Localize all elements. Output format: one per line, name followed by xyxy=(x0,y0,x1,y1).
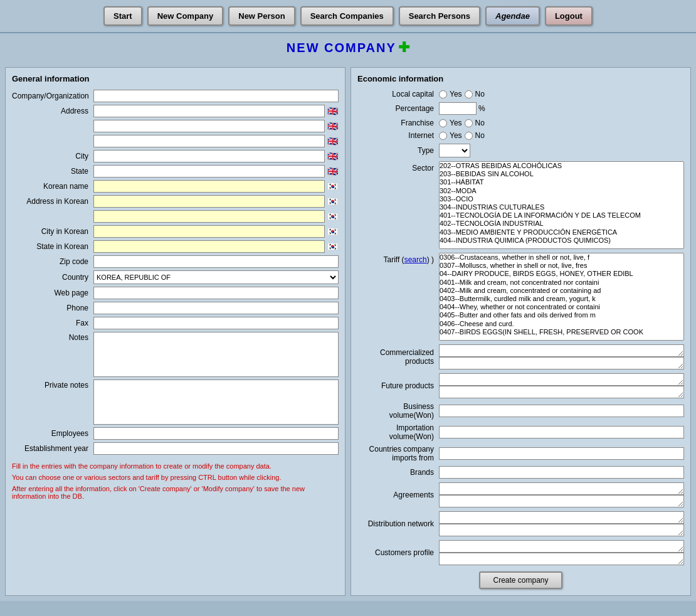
percentage-input[interactable] xyxy=(439,102,477,115)
importation-volume-input[interactable] xyxy=(439,426,684,438)
local-capital-row: Local capital Yes No xyxy=(357,90,684,98)
create-company-button[interactable]: Create company xyxy=(479,571,562,589)
economic-panel-title: Economic information xyxy=(357,74,684,83)
country-select[interactable]: KOREA, REPUBLIC OF xyxy=(93,270,339,284)
agreements-row: Agreements xyxy=(357,482,684,507)
type-select[interactable] xyxy=(439,144,470,157)
economic-info-panel: Economic information Local capital Yes N… xyxy=(351,67,691,596)
franchise-no-radio[interactable] xyxy=(465,119,473,127)
fax-input[interactable] xyxy=(93,317,339,329)
customers-inputs xyxy=(439,540,684,565)
franchise-no-label: No xyxy=(475,119,485,127)
fax-label: Fax xyxy=(12,319,93,327)
phone-input[interactable] xyxy=(93,302,339,314)
distribution-label: Distribution network xyxy=(357,519,439,528)
local-capital-no-radio[interactable] xyxy=(465,90,473,98)
commercialized-label: Commercialized products xyxy=(357,348,439,366)
company-label: Company/Organization xyxy=(12,92,93,100)
flag-icon-address3: 🇬🇧 xyxy=(326,136,339,146)
country-row: Country KOREA, REPUBLIC OF xyxy=(12,270,339,284)
distribution-textarea1[interactable] xyxy=(439,511,684,524)
city-korean-input[interactable] xyxy=(93,225,325,238)
plus-icon: ✚ xyxy=(398,40,409,55)
establishment-input[interactable] xyxy=(93,442,339,455)
page-title-bar: NEW COMPANY ✚ xyxy=(0,33,696,62)
state-korean-label: State in Korean xyxy=(12,242,93,251)
webpage-row: Web page xyxy=(12,287,339,299)
address-input2[interactable] xyxy=(93,120,325,132)
city-input[interactable] xyxy=(93,150,325,162)
new-person-button[interactable]: New Person xyxy=(228,6,295,26)
business-volume-input[interactable] xyxy=(439,405,684,417)
search-persons-button[interactable]: Search Persons xyxy=(399,6,480,26)
sector-listbox[interactable]: 202--OTRAS BEBIDAS ALCOHÓLICAS203--BEBID… xyxy=(439,161,684,249)
countries-imports-input[interactable] xyxy=(439,447,684,460)
tariff-search-link[interactable]: search xyxy=(404,255,427,264)
zip-row: Zip code xyxy=(12,255,339,268)
tariff-listbox[interactable]: 0306--Crustaceans, whether in shell or n… xyxy=(439,253,684,341)
percentage-label: Percentage xyxy=(357,104,439,113)
agreements-inputs xyxy=(439,482,684,507)
webpage-input[interactable] xyxy=(93,287,339,299)
state-input[interactable] xyxy=(93,165,325,178)
distribution-textarea2[interactable] xyxy=(439,524,684,536)
new-company-button[interactable]: New Company xyxy=(147,6,224,26)
brands-label: Brands xyxy=(357,468,439,477)
korean-name-label: Korean name xyxy=(12,182,93,191)
customers-label: Customers profile xyxy=(357,548,439,557)
state-row: State 🇬🇧 xyxy=(12,165,339,178)
business-volume-label: Business volume(Won) xyxy=(357,402,439,420)
flag-icon-state: 🇬🇧 xyxy=(326,166,339,176)
internet-radio-group: Yes No xyxy=(439,131,485,140)
countries-imports-label: Countries company imports from xyxy=(357,445,439,462)
importation-volume-row: Importation volume(Won) xyxy=(357,423,684,441)
logout-button[interactable]: Logout xyxy=(545,6,593,26)
notes-textarea[interactable] xyxy=(93,332,339,377)
company-input[interactable] xyxy=(93,90,339,102)
employees-input[interactable] xyxy=(93,427,339,440)
commercialized-textarea1[interactable] xyxy=(439,344,684,357)
agreements-textarea1[interactable] xyxy=(439,482,684,495)
local-capital-yes-radio[interactable] xyxy=(439,90,447,98)
brands-input[interactable] xyxy=(439,466,684,479)
private-notes-row: Private notes xyxy=(12,380,339,425)
agendae-button[interactable]: Agendae xyxy=(485,6,540,26)
address-korean-input2[interactable] xyxy=(93,210,325,223)
establishment-row: Establishment year xyxy=(12,442,339,455)
address-row1: Address 🇬🇧 xyxy=(12,105,339,117)
zip-input[interactable] xyxy=(93,255,339,268)
customers-textarea2[interactable] xyxy=(439,553,684,565)
address-korean-input1[interactable] xyxy=(93,195,325,208)
address-korean-row1: Address in Korean 🇰🇷 xyxy=(12,195,339,208)
internet-no-radio[interactable] xyxy=(465,132,473,140)
local-capital-yes-label: Yes xyxy=(450,90,462,98)
franchise-radio-group: Yes No xyxy=(439,119,485,127)
agreements-textarea2[interactable] xyxy=(439,495,684,507)
address-row2: 🇬🇧 xyxy=(12,120,339,132)
local-capital-no-label: No xyxy=(475,90,485,98)
state-korean-input[interactable] xyxy=(93,240,325,253)
country-label: Country xyxy=(12,273,93,282)
commercialized-textarea2[interactable] xyxy=(439,357,684,369)
flag-icon-city: 🇬🇧 xyxy=(326,151,339,161)
agreements-label: Agreements xyxy=(357,491,439,499)
franchise-yes-radio[interactable] xyxy=(439,119,447,127)
employees-label: Employees xyxy=(12,429,93,438)
general-panel-title: General information xyxy=(12,74,339,83)
type-row: Type xyxy=(357,144,684,157)
future-label: Future products xyxy=(357,381,439,390)
company-row: Company/Organization xyxy=(12,90,339,102)
internet-yes-radio[interactable] xyxy=(439,132,447,140)
employees-row: Employees xyxy=(12,427,339,440)
private-notes-textarea[interactable] xyxy=(93,380,339,425)
address-input3[interactable] xyxy=(93,135,325,147)
countries-imports-row: Countries company imports from xyxy=(357,445,684,462)
search-companies-button[interactable]: Search Companies xyxy=(300,6,394,26)
future-textarea2[interactable] xyxy=(439,386,684,398)
korean-name-input[interactable] xyxy=(93,180,325,193)
future-textarea1[interactable] xyxy=(439,373,684,386)
customers-textarea1[interactable] xyxy=(439,540,684,553)
start-button[interactable]: Start xyxy=(103,6,142,26)
address-input1[interactable] xyxy=(93,105,325,117)
address-korean-label: Address in Korean xyxy=(12,197,93,206)
